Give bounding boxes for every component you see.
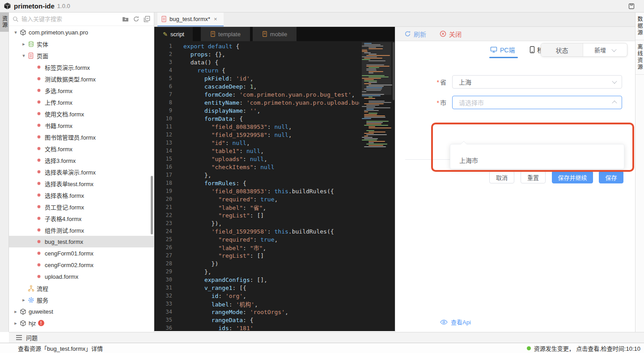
status-select[interactable]: 状态 新增 xyxy=(541,43,627,57)
database-icon xyxy=(27,41,35,47)
tree-item--formx[interactable]: 员工登记.formx xyxy=(9,201,154,213)
tab-pc[interactable]: PC端 xyxy=(490,45,515,54)
tree-item--formx[interactable]: 组件测试.formx xyxy=(9,224,154,236)
cancel-button[interactable]: 取消 xyxy=(489,171,514,183)
code-view-tabs: ✎ script template mobile xyxy=(154,27,395,41)
tree-item--[interactable]: ▾页面 xyxy=(9,50,154,61)
save-button[interactable]: 保存 xyxy=(599,171,623,183)
tab-mobile[interactable]: mobile xyxy=(253,27,297,41)
tree-item-cengform01-formx[interactable]: cengForm01.formx xyxy=(9,247,154,259)
chevron-right-icon[interactable]: ▸ xyxy=(21,297,27,303)
status-right-text: 资源发生变更， 点击查看,检查时间:10:10 xyxy=(534,344,640,353)
tree-item--3-formx[interactable]: 选择3.formx xyxy=(9,154,154,166)
code-editor[interactable]: 1export default {2 props: {},3 data() {4… xyxy=(154,41,395,331)
tree-item-cengform02-formx[interactable]: cengForm02.formx xyxy=(9,259,154,271)
city-dropdown: 上海市 xyxy=(450,144,624,169)
view-api-link[interactable]: 查看Api xyxy=(440,318,471,326)
chevron-down-icon[interactable]: ▾ xyxy=(21,53,27,59)
tab-script[interactable]: ✎ script xyxy=(154,27,193,41)
right-panel-strip: 数据源 离线资源 xyxy=(635,13,644,332)
province-label: *省 xyxy=(425,77,446,86)
city-label: *市 xyxy=(425,98,446,107)
tree-item--formx[interactable]: 书籍.formx xyxy=(9,119,154,131)
tree-item-label: 标签页演示.formx xyxy=(45,63,90,72)
tree-item-label: 选择3.formx xyxy=(45,156,76,165)
refresh-button[interactable]: 刷新 xyxy=(404,30,426,38)
eye-icon xyxy=(440,319,448,325)
chevron-down-icon[interactable]: ▾ xyxy=(13,30,19,35)
tree-item--[interactable]: ▸服务 xyxy=(9,294,154,306)
status-left-text[interactable]: 查看资源「bug_test.formx」详情 xyxy=(18,344,103,353)
tree-item--formx[interactable]: 测试数据类型.formx xyxy=(9,73,154,85)
province-select[interactable]: 上海 xyxy=(452,75,622,89)
close-button[interactable]: 关闭 xyxy=(440,30,462,38)
tree-item--formx[interactable]: 文档.formx xyxy=(9,143,154,154)
chevron-right-icon[interactable]: ▸ xyxy=(13,320,19,326)
new-folder-icon[interactable] xyxy=(122,16,129,22)
required-asterisk: * xyxy=(437,79,439,86)
minimap[interactable] xyxy=(359,41,395,331)
phone-icon xyxy=(530,46,535,53)
form-dot-icon xyxy=(35,158,43,162)
package-icon xyxy=(19,308,27,315)
tree-item-label: 图书馆管理员.formx xyxy=(45,133,96,141)
search-icon xyxy=(13,16,19,22)
tree-item-label: 选择表格.formx xyxy=(45,191,84,200)
sidebar-tab-resources[interactable]: 资源 xyxy=(0,13,9,32)
tree-item--[interactable]: ▸实体 xyxy=(9,38,154,50)
panel-tab-datasource[interactable]: 数据源 xyxy=(636,13,644,40)
tree-item-label: 上传.formx xyxy=(45,98,72,106)
close-circle-icon xyxy=(440,30,446,37)
problems-bar[interactable]: 问题 xyxy=(9,332,644,343)
city-row: *市 请选择市 xyxy=(425,96,622,109)
tree-item-guweitest[interactable]: ▸guweitest xyxy=(9,306,154,317)
dropdown-option[interactable]: 上海市 xyxy=(450,145,624,170)
chevron-down-icon xyxy=(611,47,616,51)
file-tab-bug-test[interactable]: bug_test.formx* × xyxy=(157,13,224,26)
chevron-right-icon[interactable]: ▸ xyxy=(13,309,19,315)
tree-item--formx[interactable]: 图书馆管理员.formx xyxy=(9,131,154,143)
collapse-all-icon[interactable] xyxy=(144,16,150,22)
form-dot-icon xyxy=(35,275,43,278)
editor-scrollbar[interactable] xyxy=(393,42,394,100)
tree-item--formx[interactable]: 标签页演示.formx xyxy=(9,61,154,73)
city-select[interactable]: 请选择市 xyxy=(452,96,622,109)
tree-item-label: 多选.formx xyxy=(45,86,72,95)
save-icon[interactable] xyxy=(628,3,635,12)
preview-toolbar: 刷新 关闭 xyxy=(395,27,635,41)
tab-template[interactable]: template xyxy=(201,27,250,41)
resource-tree: ▾com.primeton.yuan.pro▸实体▾页面标签页演示.formx测… xyxy=(9,26,154,333)
tree-item-com-primeton-yuan-pro[interactable]: ▾com.primeton.yuan.pro xyxy=(9,26,154,38)
tree-item--test-formx[interactable]: 选择表单test.formx xyxy=(9,178,154,189)
tree-item--4-formx[interactable]: 子表格4.formx xyxy=(9,213,154,224)
explorer-scrollbar[interactable] xyxy=(151,176,153,234)
tree-item--[interactable]: 流程 xyxy=(9,282,154,294)
close-tab-icon[interactable]: × xyxy=(214,16,217,22)
chevron-right-icon[interactable]: ▸ xyxy=(21,41,27,47)
editor-tab-strip: bug_test.formx* × xyxy=(154,13,635,27)
status-right[interactable]: 资源发生变更， 点击查看,检查时间:10:10 xyxy=(527,344,640,353)
search-input[interactable] xyxy=(21,16,122,22)
tree-item-label: 测试数据类型.formx xyxy=(45,75,96,83)
panel-tab-offline-resources[interactable]: 离线资源 xyxy=(636,40,644,75)
tree-item-label: 服务 xyxy=(37,296,48,304)
tree-item-upload-formx[interactable]: upload.formx xyxy=(9,271,154,282)
tree-item--formx[interactable]: 上传.formx xyxy=(9,96,154,108)
save-and-continue-button[interactable]: 保存并继续 xyxy=(552,171,593,183)
form-dot-icon xyxy=(35,112,43,115)
tree-item--formx[interactable]: 选择表格.formx xyxy=(9,189,154,201)
green-dot-icon xyxy=(527,346,531,350)
tree-item-bug_test-formx[interactable]: bug_test.formx xyxy=(9,236,154,247)
form-dot-icon xyxy=(35,182,43,185)
tree-item--formx[interactable]: 多选.formx xyxy=(9,85,154,96)
reset-button[interactable]: 重置 xyxy=(521,171,546,183)
tree-item--formx[interactable]: 使用文档.formx xyxy=(9,108,154,119)
package-icon xyxy=(19,29,27,36)
tree-item-hjz[interactable]: ▸hjz! xyxy=(9,317,154,329)
form-dot-icon xyxy=(35,251,43,255)
tree-item--formx[interactable]: 选择表单演示.formx xyxy=(9,166,154,178)
refresh-icon[interactable] xyxy=(133,16,140,22)
status-select-label: 状态 xyxy=(541,43,583,56)
status-select-value[interactable]: 新增 xyxy=(583,43,627,56)
mobile-file-icon xyxy=(262,31,267,37)
